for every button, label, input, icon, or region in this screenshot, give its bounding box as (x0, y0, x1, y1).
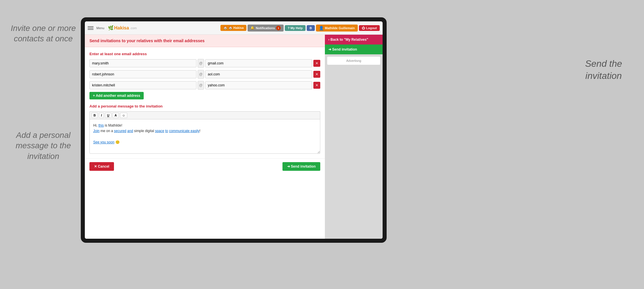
right-annotation: Send the invitation (572, 58, 635, 82)
remove-email-button-1[interactable]: ✕ (313, 60, 320, 67)
message-editor[interactable]: Hi, this is Mathilde! Join me on a secur… (89, 119, 320, 154)
message-line3: See you soon 🙂 (93, 140, 317, 145)
logout-button[interactable]: ⏻ Logout (359, 25, 380, 31)
logo-suffix: .com (130, 26, 137, 30)
avatar-icon: 👤 (319, 26, 324, 30)
menu-label: Menu (96, 26, 104, 30)
help-button[interactable]: ? My Help (285, 25, 306, 31)
remove-email-button-2[interactable]: ✕ (313, 71, 320, 78)
hakisa-logo: 🌿 Hakisa .com (108, 25, 137, 31)
form-body: Enter at least one email address @ ✕ @ ✕ (85, 47, 325, 158)
email-row: @ ✕ (89, 59, 320, 68)
domain-input-3[interactable] (205, 81, 312, 89)
email-row: @ ✕ (89, 70, 320, 79)
username-input-1[interactable] (89, 59, 196, 67)
logout-icon: ⏻ (362, 26, 365, 30)
underline-button[interactable]: U (105, 113, 111, 118)
at-symbol-2: @ (198, 70, 204, 79)
emoji-button[interactable]: ☺ (120, 113, 127, 118)
laptop-frame: Menu 🌿 Hakisa .com 🏠 🏠 Hakisa 🔔 Notifica… (81, 17, 387, 243)
add-email-button[interactable]: + Add another email address (89, 92, 144, 99)
email-section-label: Enter at least one email address (89, 52, 320, 56)
message-line2: Join me on a secured and simple digital … (93, 128, 317, 134)
logo-name: Hakisa (114, 25, 129, 31)
b-button[interactable]: B (307, 25, 315, 31)
italic-button[interactable]: I (99, 113, 104, 118)
bold-button[interactable]: B (91, 113, 98, 118)
advertising-label: Advertisng (346, 59, 361, 62)
leaf-icon: 🌿 (108, 25, 114, 31)
message-line1: Hi, this is Mathilde! (93, 123, 317, 128)
back-to-relatives-button[interactable]: ‹ Back to "My Relatives" (325, 35, 383, 45)
form-footer: ✕ Cancel ➜ Send invitation (85, 158, 325, 174)
nav-buttons: 🏠 🏠 Hakisa 🔔 Notifications 1 ? My Help B… (220, 25, 380, 32)
form-header-title: Send invitations to your relatives with … (89, 38, 205, 43)
right-sidebar: ‹ Back to "My Relatives" ➜ Send invitati… (325, 35, 383, 239)
hakisa-nav-button[interactable]: 🏠 🏠 Hakisa (220, 25, 247, 31)
advertising-box: Advertisng (327, 57, 380, 65)
username-input-3[interactable] (89, 81, 196, 89)
main-content: Send invitations to your relatives with … (85, 35, 383, 239)
domain-input-1[interactable] (205, 59, 312, 67)
left-top-annotation: Invite one or more contacts at once (9, 23, 78, 44)
form-panel: Send invitations to your relatives with … (85, 35, 325, 239)
domain-input-2[interactable] (205, 70, 312, 78)
at-symbol-1: @ (198, 59, 204, 68)
left-bottom-annotation: Add a personal message to the invitation (9, 130, 78, 162)
cancel-button[interactable]: ✕ Cancel (89, 162, 114, 171)
editor-toolbar: B I U A ☺ (89, 111, 320, 119)
font-button[interactable]: A (113, 113, 119, 118)
notification-badge: 1 (276, 26, 281, 30)
form-header: Send invitations to your relatives with … (85, 35, 325, 47)
email-row: @ ✕ (89, 81, 320, 90)
user-profile-button[interactable]: 👤 Mathilde Guillemain (316, 25, 358, 32)
bell-icon: 🔔 (250, 26, 254, 30)
send-invitation-button[interactable]: ➜ Send invitation (282, 162, 320, 171)
menu-button[interactable] (88, 26, 93, 30)
send-invitation-sidebar-button[interactable]: ➜ Send invitation (325, 45, 383, 54)
home-icon: 🏠 (223, 26, 227, 30)
username-input-2[interactable] (89, 70, 196, 78)
notifications-button[interactable]: 🔔 Notifications 1 (248, 25, 284, 32)
at-symbol-3: @ (198, 81, 204, 90)
remove-email-button-3[interactable]: ✕ (313, 82, 320, 89)
message-section-label: Add a personal message to the invitation (89, 104, 320, 108)
laptop-screen: Menu 🌿 Hakisa .com 🏠 🏠 Hakisa 🔔 Notifica… (85, 21, 383, 239)
navbar: Menu 🌿 Hakisa .com 🏠 🏠 Hakisa 🔔 Notifica… (85, 21, 383, 35)
